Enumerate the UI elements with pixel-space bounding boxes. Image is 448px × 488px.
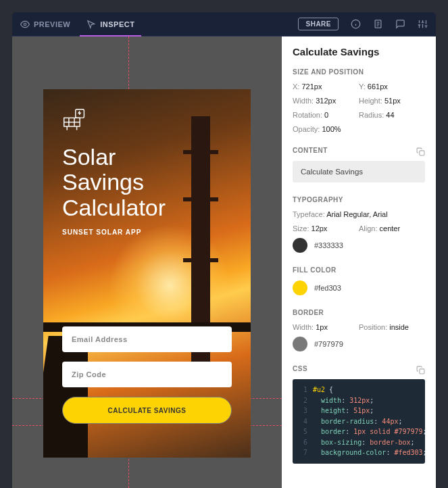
copy-icon[interactable]: [416, 147, 425, 159]
prop-radius: Radius: 44: [359, 111, 425, 119]
notes-icon[interactable]: [373, 19, 383, 29]
copy-icon[interactable]: [416, 365, 425, 377]
comment-icon[interactable]: [395, 19, 405, 29]
fill-color-row[interactable]: #fed303: [293, 280, 425, 295]
typography-color-row[interactable]: #333333: [293, 238, 425, 253]
tab-inspect[interactable]: INSPECT: [86, 12, 134, 36]
inspector-title: Calculate Savings: [293, 46, 425, 57]
section-typography: TYPOGRAPHY Typeface: Arial Regular, Aria…: [293, 196, 425, 253]
mockup-title: Solar Savings Calculator: [62, 145, 232, 220]
mockup-subtitle: SUNSET SOLAR APP: [62, 228, 232, 236]
prop-width: Width: 312px: [293, 97, 359, 105]
sliders-icon[interactable]: [418, 19, 428, 29]
prop-x: X: 721px: [293, 82, 359, 91]
tab-group: PREVIEW INSPECT: [20, 12, 134, 36]
typography-color-label: #333333: [314, 241, 343, 249]
inspector-panel: Calculate Savings SIZE AND POSITION X: 7…: [282, 36, 436, 488]
svg-rect-24: [420, 151, 424, 155]
content-heading: CONTENT: [293, 147, 425, 154]
share-button[interactable]: SHARE: [298, 18, 339, 30]
border-color-label: #797979: [314, 340, 343, 348]
size-position-heading: SIZE AND POSITION: [293, 68, 425, 76]
section-size-position: SIZE AND POSITION X: 721px Y: 661px Widt…: [293, 68, 425, 133]
prop-border-width: Width: 1px: [293, 323, 359, 331]
tab-preview[interactable]: PREVIEW: [20, 12, 70, 36]
section-css: CSS 1#u2 {2 width: 312px;3 height: 51px;…: [293, 365, 425, 464]
mockup-form: Email Address Zip Code CALCULATE SAVINGS: [62, 326, 232, 424]
fill-color-swatch: [293, 280, 307, 295]
prop-align: Align: center: [359, 224, 425, 233]
prop-border-position: Position: inside: [359, 323, 425, 331]
app-window: PREVIEW INSPECT SHARE: [12, 12, 436, 488]
calculate-savings-button[interactable]: CALCULATE SAVINGS: [62, 397, 232, 424]
typography-heading: TYPOGRAPHY: [293, 196, 425, 203]
border-color-swatch: [293, 337, 307, 351]
zip-field[interactable]: Zip Code: [62, 362, 232, 387]
top-toolbar: PREVIEW INSPECT SHARE: [12, 12, 436, 36]
prop-height: Height: 51px: [359, 97, 425, 105]
prop-font-size: Size: 12px: [293, 224, 359, 233]
tab-preview-label: PREVIEW: [34, 20, 70, 28]
mockup-content: Solar Savings Calculator SUNSET SOLAR AP…: [43, 89, 251, 458]
prop-y: Y: 661px: [359, 82, 425, 91]
tab-inspect-label: INSPECT: [100, 20, 134, 28]
prop-typeface: Typeface: Arial Regular, Arial: [293, 210, 425, 218]
border-heading: BORDER: [293, 309, 425, 316]
fill-color-label: #fed303: [314, 284, 341, 292]
mockup-artboard[interactable]: Solar Savings Calculator SUNSET SOLAR AP…: [43, 89, 251, 458]
section-content: CONTENT Calculate Savings: [293, 147, 425, 182]
prop-opacity: Opacity: 100%: [293, 125, 359, 133]
svg-point-0: [24, 23, 26, 26]
toolbar-right: SHARE: [298, 18, 428, 30]
border-color-row[interactable]: #797979: [293, 337, 425, 351]
info-icon[interactable]: [351, 19, 361, 29]
fill-heading: FILL COLOR: [293, 266, 425, 274]
svg-rect-25: [420, 369, 424, 374]
section-border: BORDER Width: 1px Position: inside #7979…: [293, 309, 425, 351]
prop-rotation: Rotation: 0: [293, 111, 359, 119]
inspect-icon: [86, 20, 96, 29]
section-fill: FILL COLOR #fed303: [293, 266, 425, 295]
content-value[interactable]: Calculate Savings: [293, 161, 425, 182]
solar-panel-icon: [62, 108, 232, 135]
css-code-block[interactable]: 1#u2 {2 width: 312px;3 height: 51px;4 bo…: [293, 379, 425, 464]
typography-color-swatch: [293, 238, 307, 253]
eye-icon: [20, 20, 30, 29]
css-heading: CSS: [293, 365, 425, 372]
canvas[interactable]: Solar Savings Calculator SUNSET SOLAR AP…: [12, 36, 282, 488]
workspace: Solar Savings Calculator SUNSET SOLAR AP…: [12, 36, 436, 488]
email-field[interactable]: Email Address: [62, 326, 232, 352]
